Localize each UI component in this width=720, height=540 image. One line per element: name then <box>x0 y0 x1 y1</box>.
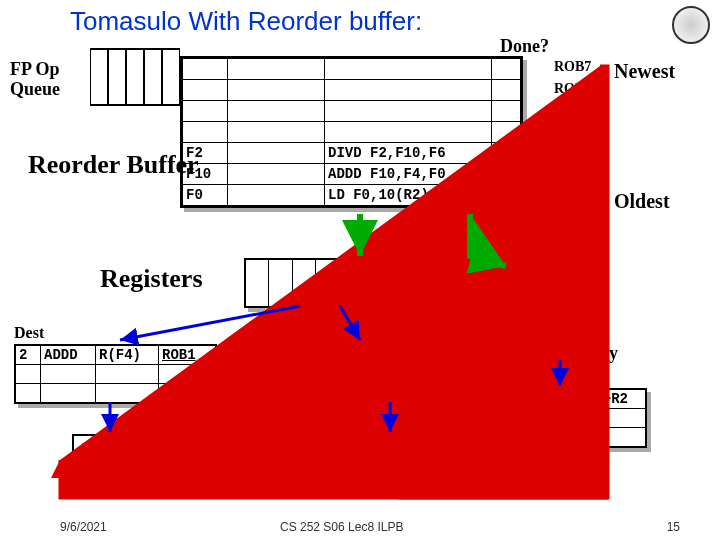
registers-title: Registers <box>100 264 203 294</box>
rob-entry-labels: ROB7 ROB6 ROB5 ROB4 ROB3 ROB2 ROB1 <box>554 56 591 210</box>
university-seal-icon <box>672 6 710 44</box>
dest-label-mults: Dest <box>274 324 304 342</box>
fp-op-queue-label: FP OpQueue <box>10 60 60 100</box>
fp-op-queue-box <box>90 48 180 106</box>
reservation-station-multipliers: 3 DIVD ROB2 R(F6) <box>274 344 477 404</box>
reorder-buffer-table: F2DIVD F2,F10,F6N F10ADDD F10,F4,F0N F0L… <box>180 56 523 208</box>
dest-label-load: Dest <box>556 368 586 386</box>
fp-adders-unit: FP adders <box>72 434 157 463</box>
footer-course: CS 252 S06 Lec8 ILPB <box>280 520 403 534</box>
reservation-stations-caption: ReservationStations <box>212 400 294 432</box>
to-memory-label: ToMemory <box>510 268 583 308</box>
registers-box <box>244 258 434 308</box>
reorder-buffer-title: Reorder Buffer <box>28 150 199 180</box>
done-header: Done? <box>500 36 549 57</box>
footer-page: 15 <box>667 520 680 534</box>
dest-label-adders: Dest <box>14 324 44 342</box>
load-buffer: 110+R2 <box>556 388 647 448</box>
fp-multipliers-unit: FP multipliers <box>344 434 455 463</box>
footer-date: 9/6/2021 <box>60 520 107 534</box>
newest-label: Newest <box>614 60 675 83</box>
from-memory-label: fromMemory <box>552 326 618 362</box>
oldest-label: Oldest <box>614 190 670 213</box>
reservation-station-adders: 2 ADDD R(F4) ROB1 <box>14 344 217 404</box>
page-title: Tomasulo With Reorder buffer: <box>70 6 422 37</box>
